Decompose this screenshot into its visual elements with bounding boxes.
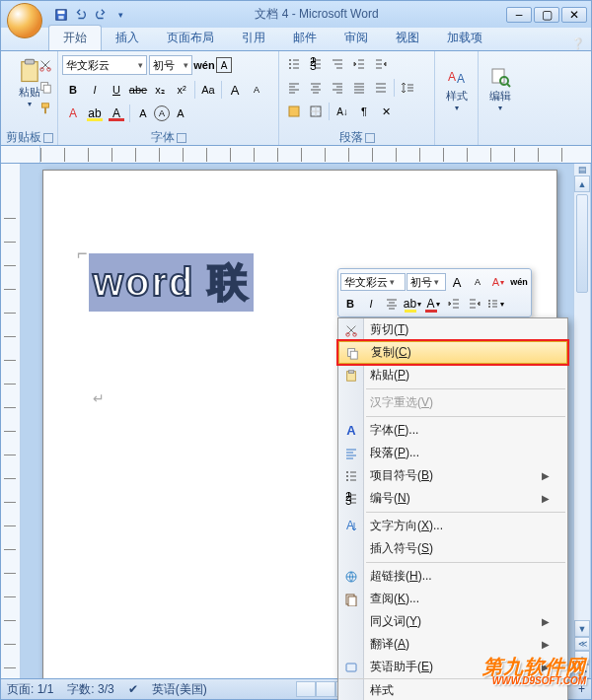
numbering-button[interactable]: 123 [305,54,327,74]
minimize-button[interactable]: – [506,7,532,23]
menu-hyperlink[interactable]: 超链接(H)... [338,565,567,588]
align-right-button[interactable] [327,78,348,98]
redo-icon[interactable] [92,6,110,24]
status-words[interactable]: 字数: 3/3 [67,681,113,698]
mini-bold[interactable]: B [340,294,360,314]
tab-review[interactable]: 审阅 [331,26,382,50]
mini-styles[interactable]: A [488,272,508,292]
format-painter-icon[interactable] [36,99,55,118]
line-spacing-button[interactable] [397,78,418,98]
clear-formatting-button[interactable]: A [62,104,84,123]
selected-text[interactable]: word 联 [89,253,254,312]
status-language[interactable]: 英语(美国) [152,681,207,698]
mini-bullets[interactable] [485,294,505,314]
mini-center[interactable] [382,294,402,314]
qat-customize-icon[interactable]: ▾ [111,6,129,24]
mini-italic[interactable]: I [361,294,381,314]
tab-references[interactable]: 引用 [228,26,279,50]
shrink-font-button[interactable]: A [246,80,267,100]
tab-insert[interactable]: 插入 [102,26,153,50]
enclose-chars-button[interactable]: A [154,105,170,121]
font-size-combo[interactable]: 初号 [149,55,192,75]
menu-bullets[interactable]: 项目符号(B) ▶ [338,464,567,487]
mini-grow-font[interactable]: A [447,272,467,292]
cut-icon[interactable] [36,55,55,75]
menu-synonyms[interactable]: 同义词(Y) ▶ [338,610,567,633]
menu-copy[interactable]: 复制(C) [338,341,567,364]
view-full-screen[interactable] [316,681,335,697]
scroll-thumb[interactable] [576,194,588,293]
show-marks-button[interactable]: ¶ [353,102,375,121]
mini-shrink-font[interactable]: A [468,272,487,292]
strike-button[interactable]: abe [127,80,149,100]
horizontal-ruler[interactable] [0,146,592,164]
scroll-up-button[interactable]: ▲ [574,175,590,192]
previous-page-button[interactable]: ≪ [574,637,590,651]
mini-font-size[interactable]: 初号 [407,273,446,291]
help-icon[interactable]: ❔ [571,37,585,50]
highlight-button[interactable]: ab [84,104,106,123]
underline-button[interactable]: U [106,80,127,100]
grow-font-button[interactable]: A [224,80,246,100]
font-launcher[interactable] [177,133,186,143]
multilevel-list-button[interactable] [327,54,348,74]
status-proofing-icon[interactable]: ✔ [128,682,138,696]
close-button[interactable]: ✕ [561,7,587,23]
tab-addins[interactable]: 加载项 [433,26,496,50]
ruler-toggle-icon[interactable]: ▤ [574,164,590,175]
char-scaling-button[interactable]: A [170,104,191,123]
mini-font-name[interactable]: 华文彩云 [340,273,406,291]
char-shading-button[interactable]: A [132,104,154,123]
mini-decrease-indent[interactable] [444,294,464,314]
menu-insert-symbol[interactable]: 插入符号(S) [338,537,567,560]
tab-mailings[interactable]: 邮件 [279,26,331,50]
font-color-button[interactable]: A [106,104,127,123]
menu-translate[interactable]: 翻译(A) ▶ [338,633,567,656]
office-button[interactable] [7,3,42,38]
shading-button[interactable] [283,102,305,121]
menu-font[interactable]: A 字体(F)... [338,419,567,442]
bold-button[interactable]: B [62,80,84,100]
maximize-button[interactable]: ▢ [534,7,559,23]
phonetic-guide-icon[interactable]: wén [194,55,214,75]
menu-lookup[interactable]: 查阅(K)... [338,588,567,610]
tab-home[interactable]: 开始 [48,25,102,50]
sort-button[interactable]: A↓ [332,102,353,121]
vertical-scrollbar[interactable]: ▤ ▲ ▼ ≪ ◦ ≫ [573,164,590,678]
mini-increase-indent[interactable] [465,294,484,314]
bullets-button[interactable] [283,54,305,74]
scroll-down-button[interactable]: ▼ [574,620,590,637]
vertical-ruler[interactable] [1,164,21,678]
save-icon[interactable] [52,6,70,24]
mini-font-color[interactable]: A [423,294,443,314]
borders-button[interactable] [305,102,327,121]
menu-text-direction[interactable]: A 文字方向(X)... [338,515,567,537]
align-center-button[interactable] [305,78,327,98]
undo-icon[interactable] [72,6,90,24]
change-case-button[interactable]: Aa [197,80,219,100]
paragraph-launcher[interactable] [365,133,375,143]
tab-view[interactable]: 视图 [382,26,433,50]
mini-highlight[interactable]: ab [403,294,422,314]
asian-layout-button[interactable]: ✕ [375,102,397,121]
subscript-button[interactable]: x₂ [149,80,171,100]
italic-button[interactable]: I [84,80,106,100]
menu-paste[interactable]: 粘贴(P) [338,364,567,386]
decrease-indent-button[interactable] [348,54,370,74]
tab-page-layout[interactable]: 页面布局 [153,26,228,50]
view-print-layout[interactable] [296,681,316,697]
char-border-icon[interactable]: A [216,57,232,73]
distributed-button[interactable] [370,78,392,98]
status-page[interactable]: 页面: 1/1 [7,681,53,698]
menu-paragraph[interactable]: 段落(P)... [338,442,567,464]
scroll-track[interactable] [574,192,590,620]
superscript-button[interactable]: x² [171,80,192,100]
justify-button[interactable] [348,78,370,98]
copy-icon[interactable] [36,77,55,97]
increase-indent-button[interactable] [370,54,392,74]
align-left-button[interactable] [283,78,305,98]
font-name-combo[interactable]: 华文彩云 [62,55,147,75]
clipboard-launcher[interactable] [43,133,53,143]
styles-button[interactable]: AA 样式 ▾ [439,53,474,124]
menu-numbering[interactable]: 123 编号(N) ▶ [338,487,567,510]
